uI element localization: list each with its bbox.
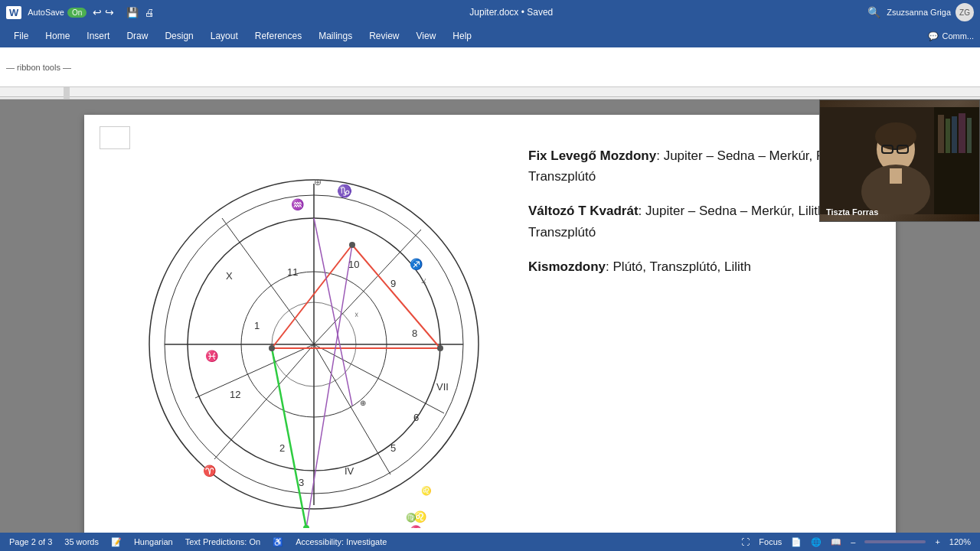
accessibility-icon: ♿ (273, 537, 283, 547)
svg-line-33 (272, 245, 352, 348)
svg-rect-8 (959, 113, 965, 153)
svg-text:⊕: ⊕ (314, 177, 322, 187)
autosave-area: AutoSave On (28, 8, 87, 18)
menu-draw[interactable]: Draw (119, 28, 155, 44)
menu-mailings[interactable]: Mailings (311, 28, 360, 44)
menu-design[interactable]: Design (157, 28, 201, 44)
svg-text:5: 5 (390, 442, 396, 454)
view-print-icon[interactable]: 📄 (791, 537, 802, 547)
svg-line-28 (214, 344, 314, 459)
menu-layout[interactable]: Layout (203, 28, 246, 44)
menu-review[interactable]: Review (361, 28, 407, 44)
menu-references[interactable]: References (247, 28, 309, 44)
svg-line-24 (222, 218, 314, 344)
svg-text:8: 8 (412, 328, 417, 339)
webcam-overlay: Tiszta Forras (819, 99, 980, 222)
statusbar-right: ⛶ Focus 📄 🌐 📖 – + 120% (741, 537, 971, 547)
svg-text:1: 1 (254, 320, 260, 331)
text-block-3: Kismozdony: Plútó, Transzplútó, Lilith (528, 256, 850, 277)
zoom-out-icon[interactable]: – (851, 537, 855, 546)
svg-text:3: 3 (299, 477, 304, 488)
svg-text:IV: IV (345, 465, 354, 477)
document-page: ♒ ♐ ♓ ♈ ♏ ♍ ♊ ♌ ♏ 10 11 9 (84, 115, 896, 533)
svg-text:VII: VII (436, 381, 449, 393)
ribbon: — ribbon tools — (0, 47, 980, 87)
ribbon-placeholder: — ribbon tools — (6, 63, 71, 72)
svg-text:♒: ♒ (291, 198, 305, 211)
svg-text:12: 12 (230, 389, 240, 400)
svg-line-26 (314, 344, 444, 413)
svg-text:♓: ♓ (205, 350, 219, 363)
menubar: File Home Insert Draw Design Layout Refe… (0, 24, 980, 47)
language: Hungarian (134, 537, 173, 546)
focus-icon[interactable]: ⛶ (741, 537, 750, 546)
svg-line-30 (272, 348, 306, 528)
svg-text:6: 6 (413, 412, 419, 423)
separator-2: : (639, 204, 645, 218)
text-3: Plútó, Transzplútó, Lilith (613, 259, 751, 274)
svg-rect-9 (967, 118, 972, 153)
chart-container: ♒ ♐ ♓ ♈ ♏ ♍ ♊ ♌ ♏ 10 11 9 (130, 138, 498, 533)
document-area: Tiszta Forras (0, 99, 980, 533)
zoom-level[interactable]: 120% (949, 537, 971, 546)
svg-text:♈: ♈ (203, 465, 217, 478)
undo-redo-area: ↩ ↪ (93, 6, 114, 18)
avatar: ZG (956, 3, 974, 21)
svg-text:♌: ♌ (421, 485, 432, 496)
svg-rect-1 (0, 96, 980, 97)
svg-text:2: 2 (279, 442, 285, 454)
accessibility: Accessibility: Investigate (296, 537, 387, 546)
menu-home[interactable]: Home (38, 28, 77, 44)
separator-1: : (656, 148, 663, 163)
menu-view[interactable]: View (409, 28, 444, 44)
zoom-in-icon[interactable]: + (935, 537, 939, 546)
titlebar: W AutoSave On ↩ ↪ 💾 🖨 Jupiter.docx • Sav… (0, 0, 980, 24)
svg-rect-16 (890, 168, 902, 184)
webcam-face: Tiszta Forras (820, 100, 979, 221)
svg-rect-2 (64, 87, 70, 99)
svg-text:11: 11 (287, 266, 298, 278)
label-3: Kismozdony (528, 259, 606, 274)
redo-icon[interactable]: ↪ (105, 6, 114, 18)
view-web-icon[interactable]: 🌐 (811, 537, 822, 547)
svg-rect-0 (0, 87, 980, 99)
proofing-icon: 📝 (111, 537, 122, 547)
svg-point-61 (303, 525, 309, 528)
svg-point-58 (269, 345, 275, 351)
text-block-1: Fix Levegő Mozdony: Jupiter – Sedna – Me… (528, 145, 850, 187)
filename: Jupiter.docx • Saved (469, 7, 553, 18)
word-icon: W (6, 6, 21, 19)
save-icon[interactable]: 💾 (126, 7, 139, 18)
svg-text:9: 9 (390, 278, 396, 289)
svg-rect-7 (952, 116, 957, 153)
menu-insert[interactable]: Insert (79, 28, 117, 44)
svg-text:☓: ☓ (354, 311, 358, 319)
print-icon[interactable]: 🖨 (145, 7, 155, 18)
user-name: Zsuzsanna Griga (887, 8, 951, 17)
svg-text:⚺: ⚺ (421, 276, 426, 285)
margin-indicator-left (100, 126, 130, 149)
comments-button[interactable]: 💬 Comm... (928, 31, 974, 41)
ruler-svg: // Will render via JS below (0, 87, 980, 99)
svg-text:⊕: ⊕ (345, 527, 351, 528)
zoom-slider[interactable] (864, 540, 926, 543)
label-2: Változó T Kvadrát (528, 204, 639, 218)
autosave-label: AutoSave (28, 8, 64, 17)
undo-icon[interactable]: ↩ (93, 6, 102, 18)
svg-text:♓: ♓ (410, 524, 423, 528)
menu-file[interactable]: File (6, 28, 36, 44)
view-immersive-icon[interactable]: 📖 (831, 537, 841, 547)
focus-label[interactable]: Focus (759, 537, 782, 546)
svg-line-25 (314, 230, 421, 344)
svg-text:10: 10 (348, 259, 359, 270)
autosave-toggle[interactable]: On (67, 8, 87, 18)
label-1: Fix Levegő Mozdony (528, 148, 656, 163)
svg-rect-5 (938, 115, 944, 153)
svg-rect-6 (946, 119, 950, 153)
astro-chart-svg: ♒ ♐ ♓ ♈ ♏ ♍ ♊ ♌ ♏ 10 11 9 (138, 145, 490, 528)
webcam-label: Tiszta Forras (826, 207, 878, 217)
search-icon[interactable]: 🔍 (867, 6, 880, 18)
menu-help[interactable]: Help (445, 28, 479, 44)
svg-point-11 (875, 122, 916, 150)
svg-text:♐: ♐ (410, 258, 423, 271)
